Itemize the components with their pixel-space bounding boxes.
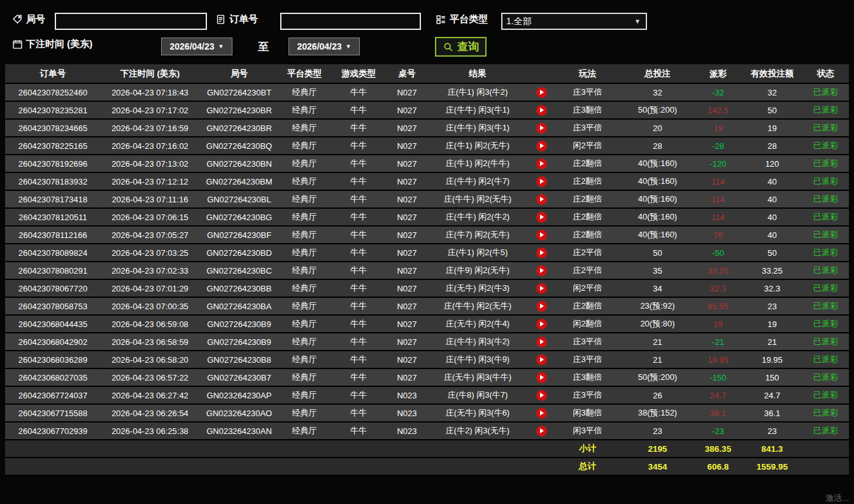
- total-bet-cell: 50: [621, 244, 694, 262]
- table-no-cell: N027: [387, 208, 427, 226]
- play-type-cell: 庄2翻倍: [554, 226, 621, 244]
- replay-play-icon[interactable]: [536, 390, 547, 401]
- table-row: 260423068036289 2026-04-23 06:58:20 GN02…: [5, 351, 849, 368]
- platform-cell: 经典厅: [279, 101, 330, 119]
- play-type-cell: 闲2翻倍: [554, 315, 621, 333]
- replay-play-icon[interactable]: [536, 283, 547, 294]
- column-header-1: 订单号: [5, 64, 101, 83]
- column-header-2: 下注时间 (美东): [101, 64, 199, 83]
- play-type-cell: 庄3翻倍: [554, 101, 621, 119]
- bet-time-cell: 2026-04-23 07:01:29: [101, 279, 199, 297]
- chevron-down-icon: ▼: [346, 43, 352, 50]
- total-bet-cell: 21: [621, 333, 694, 351]
- total-bet-cell: 50(预:200): [621, 368, 694, 386]
- replay-play-icon[interactable]: [536, 319, 547, 330]
- valid-bet-cell: 23: [742, 422, 802, 440]
- total-bet-cell: 50(预:200): [621, 101, 694, 119]
- date-to-picker[interactable]: 2026/04/23 ▼: [288, 38, 360, 55]
- game-type-cell: 牛牛: [330, 83, 387, 101]
- platform-cell: 经典厅: [279, 333, 330, 351]
- result-cell: 庄(牛牛) 闲2(无牛): [427, 190, 529, 208]
- replay-play-icon[interactable]: [536, 176, 547, 187]
- replay-play-icon[interactable]: [536, 408, 547, 419]
- order-id-cell: 260423068036289: [5, 351, 101, 368]
- game-type-cell: 牛牛: [330, 351, 387, 368]
- document-icon: [215, 14, 226, 25]
- replay-cell: [529, 208, 554, 226]
- replay-play-icon[interactable]: [536, 212, 547, 223]
- subtotal-valid-bet: 841.3: [742, 440, 802, 458]
- replay-play-icon[interactable]: [536, 265, 547, 276]
- status-cell: 已派彩: [802, 333, 849, 351]
- replay-cell: [529, 351, 554, 368]
- platform-type-select[interactable]: 1.全部 ▼: [501, 13, 647, 30]
- status-cell: 已派彩: [802, 262, 849, 279]
- replay-cell: [529, 368, 554, 386]
- replay-play-icon[interactable]: [536, 141, 547, 151]
- order-id-input[interactable]: [280, 13, 421, 30]
- bet-time-cell: 2026-04-23 07:00:35: [101, 297, 199, 315]
- total-bet-cell: 38(预:152): [621, 404, 694, 422]
- replay-play-icon[interactable]: [536, 426, 547, 437]
- replay-cell: [529, 172, 554, 190]
- game-type-cell: 牛牛: [330, 404, 387, 422]
- result-cell: 庄(牛牛) 闲3(牛1): [427, 119, 529, 137]
- magnifier-icon: [443, 41, 454, 53]
- payout-cell: 114: [694, 208, 742, 226]
- table-row: 260423078252460 2026-04-23 07:18:43 GN02…: [5, 83, 849, 101]
- replay-play-icon[interactable]: [536, 248, 547, 258]
- replay-cell: [529, 262, 554, 279]
- status-cell: 已派彩: [802, 226, 849, 244]
- replay-play-icon[interactable]: [536, 230, 547, 241]
- bet-time-filter-label-group: 下注时间 (美东): [11, 38, 92, 50]
- table-no-cell: N027: [387, 155, 427, 172]
- replay-cell: [529, 101, 554, 119]
- order-id-cell: 260423078183932: [5, 172, 101, 190]
- replay-play-icon[interactable]: [536, 354, 547, 365]
- valid-bet-cell: 50: [742, 101, 802, 119]
- replay-play-icon[interactable]: [536, 337, 547, 347]
- replay-play-icon[interactable]: [536, 194, 547, 205]
- table-no-cell: N027: [387, 351, 427, 368]
- payout-cell: -150: [694, 368, 742, 386]
- result-cell: 庄(牛牛) 闲3(牛9): [427, 351, 529, 368]
- payout-cell: 76: [694, 226, 742, 244]
- replay-play-icon[interactable]: [536, 123, 547, 134]
- replay-play-icon[interactable]: [536, 87, 547, 98]
- total-bet-cell: 40(预:160): [621, 172, 694, 190]
- game-type-cell: 牛牛: [330, 137, 387, 155]
- table-no-cell: N023: [387, 386, 427, 404]
- column-header-11: 派彩: [694, 64, 742, 83]
- platform-cell: 经典厅: [279, 244, 330, 262]
- platform-cell: 经典厅: [279, 137, 330, 155]
- play-type-cell: 闲2平倍: [554, 279, 621, 297]
- status-cell: 已派彩: [802, 83, 849, 101]
- total-bet-cell: 28: [621, 137, 694, 155]
- total-bet-cell: 34: [621, 279, 694, 297]
- bet-time-cell: 2026-04-23 07:11:16: [101, 190, 199, 208]
- replay-play-icon[interactable]: [536, 372, 547, 383]
- round-id-cell: GN027264230BN: [199, 155, 279, 172]
- subtotal-payout: 386.35: [694, 440, 742, 458]
- valid-bet-cell: 23: [742, 297, 802, 315]
- total-bet-cell: 26: [621, 386, 694, 404]
- replay-play-icon[interactable]: [536, 158, 547, 169]
- total-bet-cell: 40(预:160): [621, 155, 694, 172]
- payout-cell: 19.95: [694, 351, 742, 368]
- date-from-picker[interactable]: 2026/04/23 ▼: [161, 38, 232, 55]
- search-button[interactable]: 查询: [435, 37, 487, 57]
- round-id-cell: GN027264230BT: [199, 83, 279, 101]
- replay-cell: [529, 404, 554, 422]
- replay-play-icon[interactable]: [536, 301, 547, 312]
- replay-cell: [529, 137, 554, 155]
- total-payout: 606.8: [694, 458, 742, 475]
- payout-cell: -23: [694, 422, 742, 440]
- total-bet-cell: 21: [621, 351, 694, 368]
- order-id-cell: 260423078235281: [5, 101, 101, 119]
- table-row: 260423078235281 2026-04-23 07:17:02 GN02…: [5, 101, 849, 119]
- payout-cell: 19: [694, 315, 742, 333]
- table-row: 260423078120511 2026-04-23 07:06:15 GN02…: [5, 208, 849, 226]
- round-id-input[interactable]: [55, 13, 207, 30]
- replay-play-icon[interactable]: [536, 105, 547, 116]
- table-no-cell: N027: [387, 333, 427, 351]
